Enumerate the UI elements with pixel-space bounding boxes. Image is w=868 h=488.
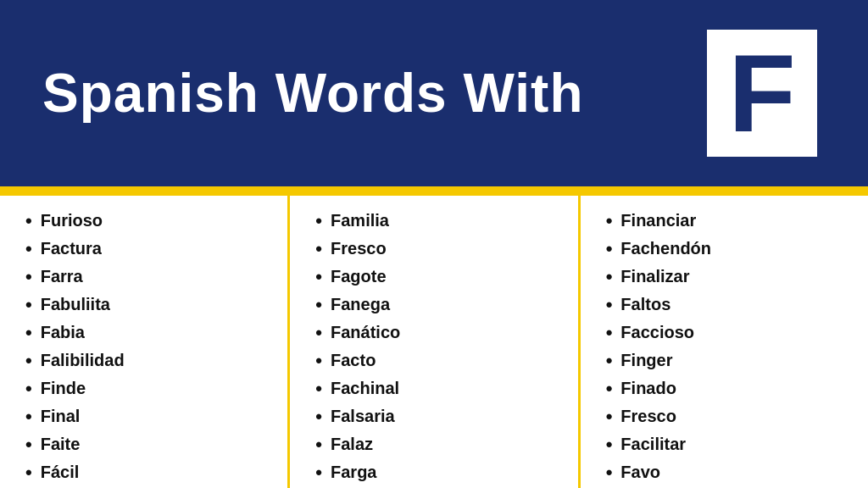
list-item: Factura	[25, 239, 270, 258]
list-item: Fresco	[315, 239, 560, 258]
header-title: Spanish Words With	[42, 62, 583, 125]
list-item: Fabia	[25, 323, 270, 342]
word-list-1: FuriosoFacturaFarraFabuliitaFabiaFalibil…	[25, 211, 270, 482]
word-list-2: FamiliaFrescoFagoteFanegaFanáticoFactoFa…	[315, 211, 560, 482]
header-letter: F	[707, 30, 817, 157]
list-item: Fanático	[315, 323, 560, 342]
list-item: Facto	[315, 351, 560, 370]
list-item: Falsaria	[315, 407, 560, 426]
list-item: Financiar	[606, 211, 851, 230]
yellow-bar	[0, 186, 868, 193]
content-area: FuriosoFacturaFarraFabuliitaFabiaFalibil…	[0, 193, 868, 488]
list-item: Finde	[25, 379, 270, 398]
list-item: Favo	[606, 463, 851, 482]
list-item: Fanega	[315, 295, 560, 314]
header: Spanish Words With F	[0, 0, 868, 186]
list-item: Farra	[25, 267, 270, 286]
list-item: Finado	[606, 379, 851, 398]
list-item: Faccioso	[606, 323, 851, 342]
list-item: Fachendón	[606, 239, 851, 258]
list-item: Facilitar	[606, 435, 851, 454]
list-item: Finger	[606, 351, 851, 370]
list-item: Fresco	[606, 407, 851, 426]
list-item: Falibilidad	[25, 351, 270, 370]
list-item: Faite	[25, 435, 270, 454]
list-item: Farga	[315, 463, 560, 482]
column-1: FuriosoFacturaFarraFabuliitaFabiaFalibil…	[0, 196, 290, 488]
word-list-3: FinanciarFachendónFinalizarFaltosFaccios…	[606, 211, 851, 482]
column-3: FinanciarFachendónFinalizarFaltosFaccios…	[581, 196, 868, 488]
list-item: Furioso	[25, 211, 270, 230]
list-item: Fagote	[315, 267, 560, 286]
list-item: Familia	[315, 211, 560, 230]
list-item: Faltos	[606, 295, 851, 314]
list-item: Falaz	[315, 435, 560, 454]
list-item: Fácil	[25, 463, 270, 482]
list-item: Fachinal	[315, 379, 560, 398]
column-2: FamiliaFrescoFagoteFanegaFanáticoFactoFa…	[290, 196, 580, 488]
list-item: Final	[25, 407, 270, 426]
list-item: Fabuliita	[25, 295, 270, 314]
list-item: Finalizar	[606, 267, 851, 286]
